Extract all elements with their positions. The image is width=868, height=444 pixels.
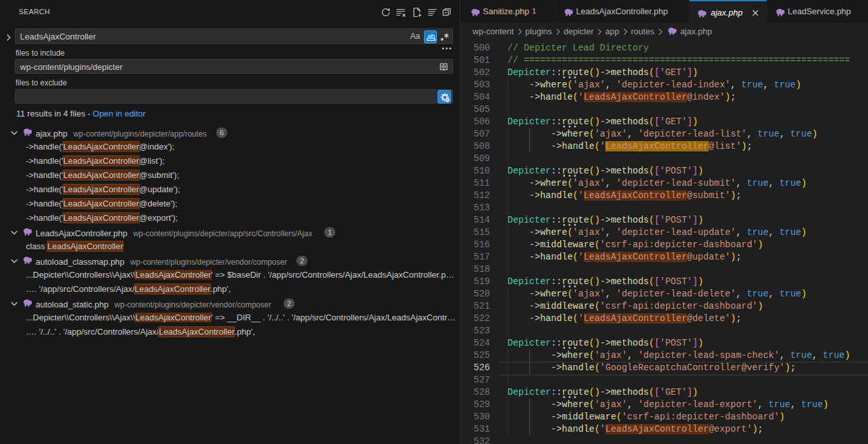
svg-text:ab: ab bbox=[427, 32, 435, 40]
